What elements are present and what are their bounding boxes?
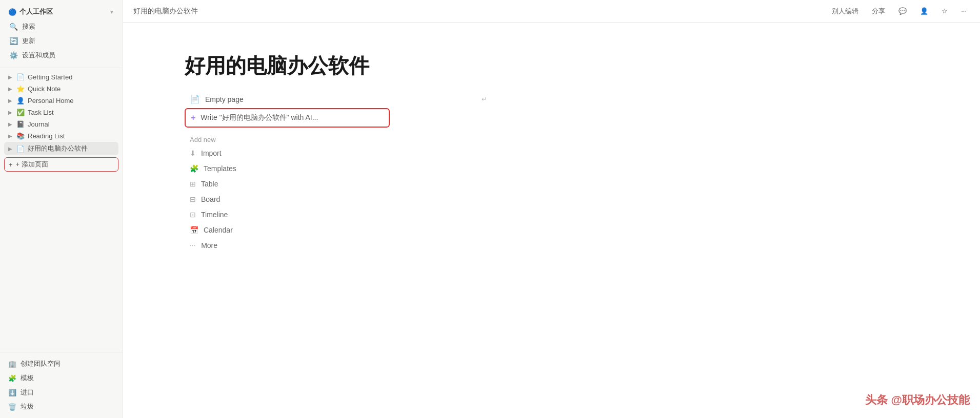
- create-team-label: 创建团队空间: [21, 359, 61, 368]
- board-label: Board: [201, 195, 220, 203]
- update-label: 更新: [22, 36, 35, 46]
- chevron-icon: ▶: [8, 98, 12, 103]
- chevron-icon: ▶: [8, 133, 12, 139]
- sidebar-label: Quick Note: [28, 85, 61, 93]
- workspace-name: 个人工作区: [19, 7, 53, 16]
- templates-icon: 🧩: [190, 164, 198, 173]
- sidebar-item-quick-note[interactable]: ▶ ⭐ Quick Note: [4, 83, 118, 95]
- page-content: 好用的电脑办公软件 📄 Empty page ↵ + Write "好用的电脑办…: [123, 23, 980, 418]
- sidebar-item-getting-started[interactable]: ▶ 📄 Getting Started: [4, 71, 118, 83]
- search-action[interactable]: 🔍 搜索: [4, 19, 118, 34]
- ai-write-label: Write "好用的电脑办公软件" with AI...: [201, 113, 318, 122]
- board-option[interactable]: ⊟ Board: [185, 192, 390, 207]
- empty-page-option[interactable]: 📄 Empty page ↵: [185, 90, 492, 108]
- import-icon: ⬇️: [8, 389, 16, 396]
- more-options-button[interactable]: ···: [958, 5, 970, 17]
- reading-icon: 📚: [16, 132, 25, 140]
- sidebar-label: Journal: [28, 120, 50, 128]
- import-option[interactable]: ⬇ Import: [185, 145, 390, 161]
- add-new-label: Add new: [190, 136, 939, 143]
- templates-label: Templates: [204, 164, 236, 173]
- task-icon: ✅: [16, 109, 25, 116]
- import-label: Import: [201, 149, 222, 157]
- main: 好用的电脑办公软件 别人编辑 分享 💬 👤 ☆ ··· 好用的电脑办公软件: [123, 0, 980, 418]
- empty-page-label: Empty page: [205, 95, 244, 103]
- import-label: 进口: [21, 388, 34, 397]
- star-button[interactable]: ☆: [938, 5, 951, 17]
- board-icon: ⊟: [190, 195, 196, 203]
- more-option[interactable]: ··· More: [185, 238, 390, 253]
- user-icon: 👤: [920, 7, 928, 15]
- timeline-option[interactable]: ⊡ Timeline: [185, 207, 390, 222]
- ai-write-option[interactable]: + Write "好用的电脑办公软件" with AI...: [185, 108, 390, 128]
- timeline-icon: ⊡: [190, 211, 196, 219]
- update-action[interactable]: 🔄 更新: [4, 34, 118, 48]
- settings-action[interactable]: ⚙️ 设置和成员: [4, 48, 118, 62]
- header: 好用的电脑办公软件 别人编辑 分享 💬 👤 ☆ ···: [123, 0, 980, 23]
- sidebar-label: 好用的电脑办公软件: [28, 144, 88, 153]
- sidebar-item-personal-home[interactable]: ▶ 👤 Personal Home: [4, 95, 118, 107]
- edit-together-button[interactable]: 别人编辑: [829, 5, 862, 18]
- user-button[interactable]: 👤: [917, 5, 931, 17]
- breadcrumb-text: 好用的电脑办公软件: [133, 7, 198, 16]
- search-icon: 🔍: [9, 23, 18, 31]
- calendar-label: Calendar: [204, 226, 233, 234]
- sidebar-top: 🔵 个人工作区 ▼ 🔍 搜索 🔄 更新 ⚙️ 设置和成员: [0, 0, 123, 65]
- trash-item[interactable]: 🗑️ 垃圾: [4, 400, 118, 414]
- journal-icon: 📓: [16, 120, 25, 128]
- import-item[interactable]: ⬇️ 进口: [4, 385, 118, 400]
- add-icon: +: [9, 161, 13, 169]
- comment-button[interactable]: 💬: [895, 5, 910, 17]
- settings-label: 设置和成员: [22, 51, 55, 60]
- sidebar-label: Task List: [28, 109, 54, 116]
- calendar-icon: 📅: [190, 226, 198, 234]
- sidebar-item-current-page[interactable]: ▶ 📄 好用的电脑办公软件: [4, 142, 118, 155]
- current-page-icon: 📄: [16, 145, 25, 153]
- templates-item[interactable]: 🧩 模板: [4, 371, 118, 385]
- team-icon: 🏢: [8, 360, 16, 368]
- page-title: 好用的电脑办公软件: [185, 53, 939, 78]
- add-page-label: + 添加页面: [16, 160, 48, 169]
- calendar-option[interactable]: 📅 Calendar: [185, 222, 390, 238]
- sidebar-item-journal[interactable]: ▶ 📓 Journal: [4, 118, 118, 130]
- more-icon: ···: [190, 242, 196, 248]
- empty-page-icon: 📄: [190, 94, 200, 104]
- sidebar-label: Reading List: [28, 132, 65, 140]
- header-actions: 别人编辑 分享 💬 👤 ☆ ···: [829, 5, 970, 18]
- sidebar-item-reading-list[interactable]: ▶ 📚 Reading List: [4, 130, 118, 142]
- workspace-icon: 🔵: [8, 8, 16, 16]
- header-breadcrumb: 好用的电脑办公软件: [133, 7, 198, 16]
- star-icon: ☆: [942, 7, 948, 15]
- add-page-button[interactable]: + + 添加页面: [4, 157, 118, 172]
- edit-together-label: 别人编辑: [832, 7, 858, 16]
- templates-label: 模板: [21, 373, 34, 383]
- sidebar-label: Personal Home: [28, 97, 74, 104]
- sidebar: 🔵 个人工作区 ▼ 🔍 搜索 🔄 更新 ⚙️ 设置和成员 ▶ 📄 Getting…: [0, 0, 123, 418]
- comment-icon: 💬: [898, 7, 907, 15]
- create-team-item[interactable]: 🏢 创建团队空间: [4, 357, 118, 371]
- chevron-icon: ▶: [8, 86, 12, 92]
- more-icon: ···: [961, 7, 967, 15]
- ai-plus-icon: +: [191, 113, 195, 122]
- workspace-title[interactable]: 🔵 个人工作区 ▼: [4, 4, 118, 19]
- share-label: 分享: [872, 7, 885, 16]
- more-label: More: [201, 241, 217, 249]
- search-label: 搜索: [22, 22, 35, 31]
- trash-label: 垃圾: [21, 402, 34, 411]
- templates-option[interactable]: 🧩 Templates: [185, 161, 390, 176]
- chevron-down-icon: ▼: [109, 9, 114, 15]
- chevron-icon: ▶: [8, 121, 12, 127]
- trash-icon: 🗑️: [8, 403, 16, 411]
- personal-home-icon: 👤: [16, 97, 25, 104]
- sidebar-label: Getting Started: [28, 73, 72, 81]
- table-option[interactable]: ⊞ Table: [185, 176, 390, 192]
- table-label: Table: [201, 180, 218, 188]
- chevron-icon: ▶: [8, 110, 12, 115]
- sidebar-item-task-list[interactable]: ▶ ✅ Task List: [4, 107, 118, 118]
- enter-icon: ↵: [482, 95, 487, 103]
- templates-icon: 🧩: [8, 374, 16, 382]
- sidebar-bottom: 🏢 创建团队空间 🧩 模板 ⬇️ 进口 🗑️ 垃圾: [0, 352, 123, 418]
- sidebar-nav: ▶ 📄 Getting Started ▶ ⭐ Quick Note ▶ 👤 P…: [0, 71, 123, 352]
- share-button[interactable]: 分享: [869, 5, 888, 18]
- import-icon: ⬇: [190, 149, 196, 157]
